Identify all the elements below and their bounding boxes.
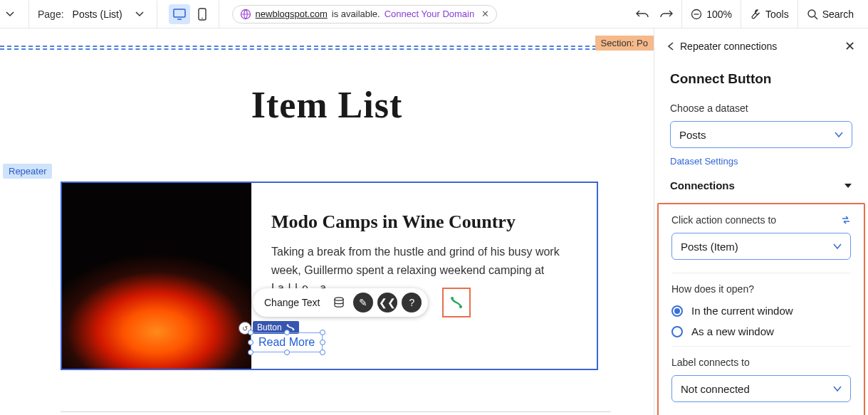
- tools-label: Tools: [765, 9, 789, 20]
- help-icon-button[interactable]: ?: [399, 290, 424, 315]
- editor-canvas[interactable]: Section: Po Item List Repeater Modo Camp…: [0, 28, 654, 415]
- chevron-down-icon: [6, 10, 14, 19]
- dataset-value: Posts: [679, 129, 706, 141]
- change-text-button[interactable]: Change Text: [257, 297, 327, 308]
- swap-icon[interactable]: [841, 215, 851, 225]
- click-action-label-text: Click action connects to: [671, 214, 776, 226]
- svg-point-9: [286, 325, 288, 327]
- choose-dataset-label: Choose a dataset: [670, 103, 852, 114]
- toolbar-right: 100% Tools Search: [627, 0, 862, 28]
- label-connects-select[interactable]: Not connected: [671, 375, 851, 402]
- separator: [28, 1, 29, 28]
- domain-available-text: is available.: [332, 9, 380, 19]
- resize-handle[interactable]: [320, 330, 325, 335]
- separator: [157, 1, 157, 28]
- caret-down-icon: [844, 182, 852, 189]
- zoom-group[interactable]: 100%: [681, 0, 741, 28]
- section-divider: [61, 411, 611, 412]
- repeater-label[interactable]: Repeater: [3, 164, 52, 179]
- dataset-settings-link[interactable]: Dataset Settings: [670, 156, 738, 167]
- animation-icon: ❮❮: [377, 293, 397, 312]
- section-badge[interactable]: Section: Po: [595, 36, 654, 51]
- how-open-label: How does it open?: [671, 283, 851, 295]
- pencil-icon: ✎: [353, 293, 373, 312]
- main-area: Section: Po Item List Repeater Modo Camp…: [0, 28, 868, 415]
- chevron-down-icon: [835, 131, 843, 138]
- dataset-select[interactable]: Posts: [670, 121, 852, 148]
- connect-domain-link[interactable]: Connect Your Domain: [385, 9, 474, 19]
- element-type-label: Button: [257, 322, 282, 332]
- zoom-out-icon: [691, 9, 702, 20]
- resize-handle[interactable]: [284, 350, 290, 355]
- undo-icon: [636, 9, 649, 19]
- label-connects-value: Not connected: [681, 383, 750, 395]
- panel-breadcrumb[interactable]: Repeater connections: [680, 41, 777, 52]
- globe-icon: [240, 9, 251, 20]
- svg-point-6: [335, 298, 343, 300]
- connections-heading-text: Connections: [670, 179, 735, 191]
- panel-header: Repeater connections ✕: [654, 28, 868, 64]
- resize-handle[interactable]: [320, 350, 325, 355]
- selected-button-element[interactable]: Read More: [251, 332, 323, 352]
- chevron-down-icon: [833, 243, 842, 250]
- mobile-view-button[interactable]: [192, 4, 213, 24]
- panel-close-button[interactable]: ✕: [845, 38, 855, 54]
- wrench-icon: [750, 9, 761, 20]
- click-action-value: Posts (Item): [681, 241, 738, 253]
- connect-data-icon: [449, 295, 464, 310]
- page-label: Page:: [35, 9, 64, 20]
- separator: [219, 1, 219, 28]
- search-button[interactable]: Search: [798, 0, 862, 28]
- desktop-view-button[interactable]: [169, 4, 190, 24]
- svg-point-5: [808, 10, 815, 17]
- help-icon: ?: [402, 293, 422, 312]
- domain-pill-close[interactable]: ✕: [479, 9, 489, 19]
- radio-checked-icon: [671, 305, 683, 317]
- animation-icon-button[interactable]: ❮❮: [375, 290, 399, 315]
- device-toggle-group: [163, 4, 213, 24]
- divider: [671, 273, 851, 273]
- panel-title: Connect Button: [670, 71, 852, 87]
- chevron-down-icon: [833, 385, 842, 392]
- open-new-radio[interactable]: As a new window: [671, 325, 851, 337]
- resize-handle[interactable]: [248, 330, 253, 335]
- redo-button[interactable]: [660, 9, 673, 19]
- svg-point-8: [459, 305, 462, 308]
- click-action-select[interactable]: Posts (Item): [671, 233, 851, 260]
- radio-unchecked-icon: [671, 326, 683, 337]
- resize-handle[interactable]: [248, 350, 253, 355]
- undo-redo-group: [627, 0, 681, 28]
- post-title[interactable]: Modo Camps in Wine Country: [271, 211, 577, 233]
- connect-to-data-button[interactable]: [442, 288, 471, 317]
- resize-handle[interactable]: [320, 340, 325, 345]
- repeater-item[interactable]: Modo Camps in Wine Country Taking a brea…: [61, 182, 598, 370]
- resize-handle[interactable]: [284, 330, 290, 335]
- click-action-label: Click action connects to: [671, 214, 851, 226]
- page-value[interactable]: Posts (List): [70, 9, 122, 20]
- undo-button[interactable]: [636, 9, 649, 19]
- divider: [671, 346, 851, 347]
- connections-heading[interactable]: Connections: [670, 179, 852, 191]
- tools-button[interactable]: Tools: [741, 0, 798, 28]
- database-icon: [329, 293, 349, 312]
- element-action-bar: Change Text ✎ ❮❮ ?: [253, 288, 428, 317]
- domain-name: newblogspot.com: [256, 9, 328, 19]
- edit-icon-button[interactable]: ✎: [351, 290, 375, 315]
- toolbar-back-chevron[interactable]: [6, 10, 23, 19]
- domain-pill[interactable]: newblogspot.com is available. Connect Yo…: [232, 5, 498, 23]
- page-heading[interactable]: Item List: [0, 84, 654, 126]
- post-image[interactable]: [62, 183, 251, 369]
- chevron-left-icon: [667, 42, 674, 51]
- label-connects-label: Label connects to: [671, 357, 851, 368]
- desktop-icon: [173, 9, 186, 20]
- svg-rect-0: [174, 9, 185, 17]
- open-current-radio[interactable]: In the current window: [671, 305, 851, 317]
- panel-body: Connect Button Choose a dataset Posts Da…: [654, 64, 868, 415]
- page-dropdown-chevron[interactable]: [128, 10, 151, 19]
- panel-back-button[interactable]: [667, 42, 680, 51]
- svg-point-10: [292, 329, 294, 331]
- data-icon-button[interactable]: [327, 290, 351, 315]
- mobile-icon: [198, 8, 206, 21]
- right-panel: Repeater connections ✕ Connect Button Ch…: [654, 28, 868, 415]
- resize-handle[interactable]: [248, 340, 253, 345]
